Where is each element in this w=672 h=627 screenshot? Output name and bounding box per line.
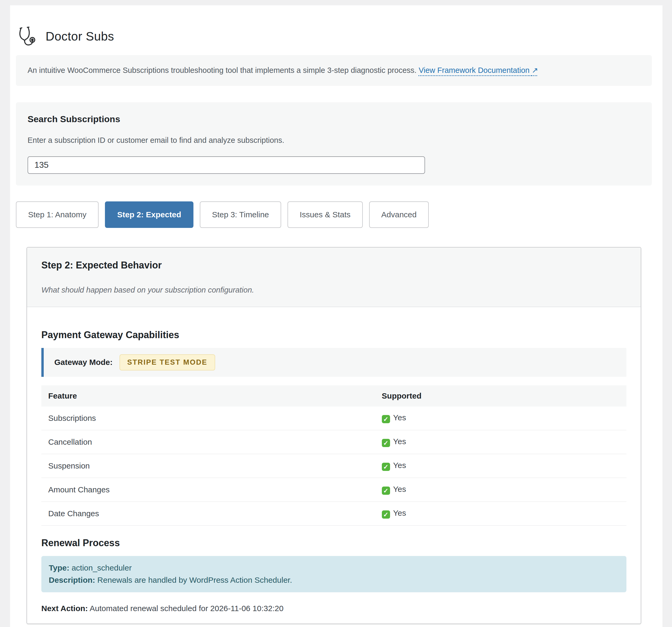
capabilities-table: Feature Supported Subscriptions ✓Yes Can… <box>41 385 626 526</box>
gateway-mode-badge: STRIPE TEST MODE <box>120 354 215 370</box>
feature-cell: Amount Changes <box>41 478 375 502</box>
check-icon: ✓ <box>382 510 390 519</box>
next-action-value: Automated renewal scheduled for 2026-11-… <box>88 604 284 613</box>
supported-value: Yes <box>393 437 406 446</box>
table-header-row: Feature Supported <box>41 385 626 407</box>
tab-step3-timeline[interactable]: Step 3: Timeline <box>200 201 281 228</box>
feature-cell: Cancellation <box>41 430 375 454</box>
renewal-description-value: Renewals are handled by WordPress Action… <box>95 576 292 584</box>
table-row: Amount Changes ✓Yes <box>41 478 626 502</box>
renewal-description-line: Description: Renewals are handled by Wor… <box>49 574 619 586</box>
step2-panel-title: Step 2: Expected Behavior <box>41 260 626 271</box>
renewal-process-heading: Renewal Process <box>41 537 626 549</box>
intro-text: An intuitive WooCommerce Subscriptions t… <box>28 66 419 74</box>
tab-step2-expected[interactable]: Step 2: Expected <box>105 201 193 228</box>
tab-issues-stats[interactable]: Issues & Stats <box>288 201 363 228</box>
tab-step1-anatomy[interactable]: Step 1: Anatomy <box>16 201 99 228</box>
renewal-type-value: action_scheduler <box>69 563 132 572</box>
framework-docs-link[interactable]: View Framework Documentation ↗ <box>419 66 538 74</box>
table-row: Subscriptions ✓Yes <box>41 407 626 430</box>
gateway-mode-callout: Gateway Mode: STRIPE TEST MODE <box>41 348 626 377</box>
gateway-capabilities-heading: Payment Gateway Capabilities <box>41 330 626 340</box>
table-row: Suspension ✓Yes <box>41 454 626 478</box>
search-heading: Search Subscriptions <box>28 114 640 124</box>
feature-cell: Date Changes <box>41 502 375 526</box>
next-action-line: Next Action: Automated renewal scheduled… <box>41 604 626 613</box>
gateway-mode-label: Gateway Mode: <box>54 358 113 367</box>
intro-box: An intuitive WooCommerce Subscriptions t… <box>16 55 652 86</box>
step-tabs: Step 1: Anatomy Step 2: Expected Step 3:… <box>16 201 652 228</box>
step2-panel: Step 2: Expected Behavior What should ha… <box>26 247 641 624</box>
step2-panel-header: Step 2: Expected Behavior What should ha… <box>27 247 641 307</box>
check-icon: ✓ <box>382 463 390 471</box>
supported-cell: ✓Yes <box>375 454 626 478</box>
supported-cell: ✓Yes <box>375 430 626 454</box>
next-action-label: Next Action: <box>41 604 88 613</box>
renewal-info-box: Type: action_scheduler Description: Rene… <box>41 556 626 592</box>
check-icon: ✓ <box>382 439 390 447</box>
external-link-icon: ↗ <box>532 66 538 74</box>
plugin-page: Doctor Subs An intuitive WooCommerce Sub… <box>10 5 663 627</box>
column-header-feature: Feature <box>41 385 375 407</box>
supported-value: Yes <box>393 461 406 469</box>
page-title: Doctor Subs <box>46 29 114 44</box>
page-header: Doctor Subs <box>16 25 652 47</box>
column-header-supported: Supported <box>375 385 626 407</box>
check-icon: ✓ <box>382 486 390 495</box>
supported-cell: ✓Yes <box>375 407 626 430</box>
supported-value: Yes <box>393 509 406 517</box>
table-row: Date Changes ✓Yes <box>41 502 626 526</box>
supported-cell: ✓Yes <box>375 478 626 502</box>
step2-panel-subtitle: What should happen based on your subscri… <box>41 286 626 294</box>
search-description: Enter a subscription ID or customer emai… <box>28 136 640 145</box>
supported-value: Yes <box>393 485 406 493</box>
renewal-type-line: Type: action_scheduler <box>49 562 619 574</box>
supported-value: Yes <box>393 413 406 422</box>
renewal-description-label: Description: <box>49 576 95 584</box>
check-icon: ✓ <box>382 415 390 423</box>
supported-cell: ✓Yes <box>375 502 626 526</box>
feature-cell: Suspension <box>41 454 375 478</box>
search-section: Search Subscriptions Enter a subscriptio… <box>16 102 652 186</box>
stethoscope-icon <box>16 25 38 47</box>
step2-panel-body: Payment Gateway Capabilities Gateway Mod… <box>27 330 641 624</box>
renewal-type-label: Type: <box>49 563 69 572</box>
subscription-search-input[interactable] <box>28 156 425 174</box>
tab-advanced[interactable]: Advanced <box>369 201 429 228</box>
feature-cell: Subscriptions <box>41 407 375 430</box>
table-row: Cancellation ✓Yes <box>41 430 626 454</box>
